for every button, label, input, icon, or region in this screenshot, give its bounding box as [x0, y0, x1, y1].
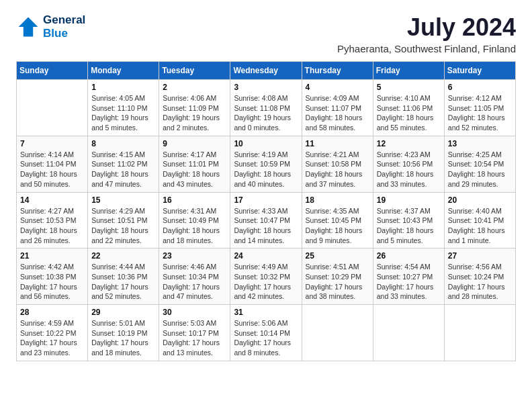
calendar-cell: 24 Sunrise: 4:49 AMSunset: 10:32 PMDayli… — [230, 248, 302, 305]
day-detail: Sunrise: 4:09 AMSunset: 11:07 PMDaylight… — [306, 93, 369, 133]
calendar-cell: 10 Sunrise: 4:19 AMSunset: 10:59 PMDayli… — [230, 136, 302, 192]
day-number: 6 — [448, 83, 512, 92]
logo: General Blue — [16, 13, 85, 40]
day-number: 16 — [163, 195, 226, 205]
calendar-cell: 8 Sunrise: 4:15 AMSunset: 11:02 PMDaylig… — [88, 136, 159, 192]
calendar-cell: 19 Sunrise: 4:37 AMSunset: 10:43 PMDayli… — [373, 192, 444, 248]
day-number: 13 — [448, 139, 512, 148]
day-detail: Sunrise: 4:12 AMSunset: 11:05 PMDaylight… — [448, 93, 512, 133]
day-number: 30 — [163, 308, 226, 317]
calendar-cell: 18 Sunrise: 4:35 AMSunset: 10:45 PMDayli… — [302, 192, 373, 248]
calendar-cell: 15 Sunrise: 4:29 AMSunset: 10:51 PMDayli… — [88, 192, 159, 248]
calendar-table: SundayMondayTuesdayWednesdayThursdayFrid… — [16, 61, 516, 361]
day-detail: Sunrise: 4:54 AMSunset: 10:27 PMDaylight… — [377, 262, 441, 302]
day-detail: Sunrise: 4:40 AMSunset: 10:41 PMDaylight… — [448, 206, 512, 246]
day-detail: Sunrise: 5:01 AMSunset: 10:19 PMDaylight… — [91, 318, 155, 358]
weekday-header: Tuesday — [159, 62, 230, 80]
day-detail: Sunrise: 4:33 AMSunset: 10:47 PMDaylight… — [234, 206, 298, 246]
day-number: 25 — [306, 251, 369, 261]
day-number: 18 — [306, 195, 369, 205]
day-detail: Sunrise: 4:51 AMSunset: 10:29 PMDaylight… — [306, 262, 369, 302]
day-number: 27 — [448, 251, 512, 261]
calendar-cell — [302, 305, 373, 361]
day-number: 3 — [234, 83, 298, 92]
calendar-week-row: 28 Sunrise: 4:59 AMSunset: 10:22 PMDayli… — [17, 305, 516, 361]
day-number: 22 — [91, 251, 155, 261]
weekday-header: Friday — [373, 62, 444, 80]
day-number: 9 — [163, 139, 226, 148]
calendar-header: SundayMondayTuesdayWednesdayThursdayFrid… — [17, 62, 516, 80]
day-detail: Sunrise: 4:08 AMSunset: 11:08 PMDaylight… — [234, 93, 298, 133]
day-detail: Sunrise: 4:37 AMSunset: 10:43 PMDaylight… — [377, 206, 441, 246]
calendar-week-row: 7 Sunrise: 4:14 AMSunset: 11:04 PMDaylig… — [17, 136, 516, 192]
calendar-cell: 2 Sunrise: 4:06 AMSunset: 11:09 PMDaylig… — [159, 80, 230, 136]
day-number: 26 — [377, 251, 441, 261]
day-number: 21 — [20, 251, 84, 261]
day-number: 15 — [91, 195, 155, 205]
calendar-week-row: 1 Sunrise: 4:05 AMSunset: 11:10 PMDaylig… — [17, 80, 516, 136]
day-number: 10 — [234, 139, 298, 148]
day-number: 28 — [20, 308, 84, 317]
calendar-cell: 29 Sunrise: 5:01 AMSunset: 10:19 PMDayli… — [88, 305, 159, 361]
day-detail: Sunrise: 4:29 AMSunset: 10:51 PMDaylight… — [91, 206, 155, 246]
calendar-cell: 26 Sunrise: 4:54 AMSunset: 10:27 PMDayli… — [373, 248, 444, 305]
title-block: July 2024 Pyhaeranta, Southwest Finland,… — [337, 13, 516, 54]
calendar-cell: 17 Sunrise: 4:33 AMSunset: 10:47 PMDayli… — [230, 192, 302, 248]
day-number: 23 — [163, 251, 226, 261]
calendar-cell: 14 Sunrise: 4:27 AMSunset: 10:53 PMDayli… — [17, 192, 88, 248]
calendar-cell: 13 Sunrise: 4:25 AMSunset: 10:54 PMDayli… — [444, 136, 515, 192]
day-detail: Sunrise: 4:06 AMSunset: 11:09 PMDaylight… — [163, 93, 226, 133]
calendar-cell — [444, 305, 515, 361]
weekday-header: Monday — [88, 62, 159, 80]
day-detail: Sunrise: 4:10 AMSunset: 11:06 PMDaylight… — [377, 93, 441, 133]
calendar-cell: 6 Sunrise: 4:12 AMSunset: 11:05 PMDaylig… — [444, 80, 515, 136]
day-detail: Sunrise: 4:49 AMSunset: 10:32 PMDaylight… — [234, 262, 298, 302]
day-detail: Sunrise: 4:14 AMSunset: 11:04 PMDaylight… — [20, 150, 84, 189]
day-number: 14 — [20, 195, 84, 205]
calendar-cell: 4 Sunrise: 4:09 AMSunset: 11:07 PMDaylig… — [302, 80, 373, 136]
day-detail: Sunrise: 4:35 AMSunset: 10:45 PMDaylight… — [306, 206, 369, 246]
day-number: 7 — [20, 139, 84, 148]
day-detail: Sunrise: 4:27 AMSunset: 10:53 PMDaylight… — [20, 206, 84, 246]
calendar-week-row: 14 Sunrise: 4:27 AMSunset: 10:53 PMDayli… — [17, 192, 516, 248]
day-detail: Sunrise: 4:46 AMSunset: 10:34 PMDaylight… — [163, 262, 226, 302]
day-detail: Sunrise: 4:21 AMSunset: 10:58 PMDaylight… — [306, 150, 369, 189]
calendar-cell: 27 Sunrise: 4:56 AMSunset: 10:24 PMDayli… — [444, 248, 515, 305]
day-number: 5 — [377, 83, 441, 92]
day-detail: Sunrise: 4:17 AMSunset: 11:01 PMDaylight… — [163, 150, 226, 189]
day-number: 31 — [234, 308, 298, 317]
calendar-cell: 12 Sunrise: 4:23 AMSunset: 10:56 PMDayli… — [373, 136, 444, 192]
calendar-cell: 5 Sunrise: 4:10 AMSunset: 11:06 PMDaylig… — [373, 80, 444, 136]
day-number: 11 — [306, 139, 369, 148]
day-number: 20 — [448, 195, 512, 205]
day-detail: Sunrise: 4:31 AMSunset: 10:49 PMDaylight… — [163, 206, 226, 246]
day-number: 17 — [234, 195, 298, 205]
day-detail: Sunrise: 4:19 AMSunset: 10:59 PMDaylight… — [234, 150, 298, 189]
day-number: 8 — [91, 139, 155, 148]
calendar-cell: 30 Sunrise: 5:03 AMSunset: 10:17 PMDayli… — [159, 305, 230, 361]
location-title: Pyhaeranta, Southwest Finland, Finland — [337, 43, 516, 54]
calendar-cell: 22 Sunrise: 4:44 AMSunset: 10:36 PMDayli… — [88, 248, 159, 305]
day-number: 2 — [163, 83, 226, 92]
day-number: 1 — [91, 83, 155, 92]
day-detail: Sunrise: 4:56 AMSunset: 10:24 PMDaylight… — [448, 262, 512, 302]
day-detail: Sunrise: 4:23 AMSunset: 10:56 PMDaylight… — [377, 150, 441, 189]
day-detail: Sunrise: 5:03 AMSunset: 10:17 PMDaylight… — [163, 318, 226, 358]
calendar-cell: 11 Sunrise: 4:21 AMSunset: 10:58 PMDayli… — [302, 136, 373, 192]
day-detail: Sunrise: 4:05 AMSunset: 11:10 PMDaylight… — [91, 93, 155, 133]
calendar-cell: 9 Sunrise: 4:17 AMSunset: 11:01 PMDaylig… — [159, 136, 230, 192]
calendar-cell: 25 Sunrise: 4:51 AMSunset: 10:29 PMDayli… — [302, 248, 373, 305]
calendar-cell: 1 Sunrise: 4:05 AMSunset: 11:10 PMDaylig… — [88, 80, 159, 136]
weekday-header: Wednesday — [230, 62, 302, 80]
day-detail: Sunrise: 5:06 AMSunset: 10:14 PMDaylight… — [234, 318, 298, 358]
calendar-cell: 16 Sunrise: 4:31 AMSunset: 10:49 PMDayli… — [159, 192, 230, 248]
calendar-cell: 20 Sunrise: 4:40 AMSunset: 10:41 PMDayli… — [444, 192, 515, 248]
day-detail: Sunrise: 4:59 AMSunset: 10:22 PMDaylight… — [20, 318, 84, 358]
logo-icon — [16, 15, 40, 39]
calendar-cell: 31 Sunrise: 5:06 AMSunset: 10:14 PMDayli… — [230, 305, 302, 361]
calendar-cell: 23 Sunrise: 4:46 AMSunset: 10:34 PMDayli… — [159, 248, 230, 305]
month-title: July 2024 — [337, 13, 516, 42]
day-detail: Sunrise: 4:25 AMSunset: 10:54 PMDaylight… — [448, 150, 512, 189]
day-number: 4 — [306, 83, 369, 92]
calendar-cell — [373, 305, 444, 361]
